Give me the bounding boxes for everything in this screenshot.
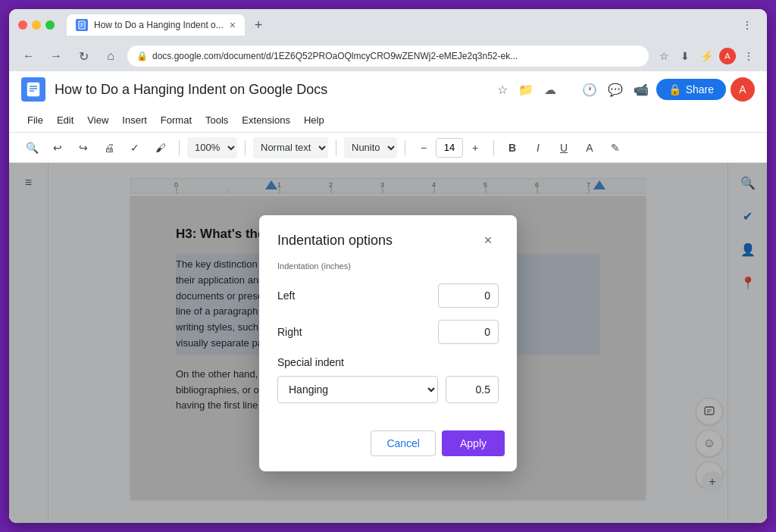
apply-button[interactable]: Apply [442,430,505,456]
lock-icon: 🔒 [136,51,148,61]
underline-icon[interactable]: U [553,137,574,158]
zoom-select[interactable]: 100% [187,137,237,158]
divider-4 [405,140,405,155]
video-icon[interactable]: 📹 [630,80,652,100]
tab-bar: How to Do a Hanging Indent o... × + [67,14,731,36]
active-tab[interactable]: How to Do a Hanging Indent o... × [67,14,245,36]
menu-extensions[interactable]: Extensions [236,111,296,129]
traffic-lights [18,20,55,30]
forward-button[interactable]: → [45,45,67,67]
font-select[interactable]: Nunito [344,137,397,158]
modal-footer: Cancel Apply [259,424,517,471]
url-text: docs.google.com/document/d/1EZ6Q52PROaOQ… [152,51,640,61]
share-label: Share [686,83,714,95]
search-icon[interactable]: 🔍 [21,137,42,158]
special-indent-select[interactable]: Hanging None First line [277,376,438,403]
doc-title[interactable]: How to Do a Hanging Indent on Google Doc… [55,82,485,98]
tab-close-icon[interactable]: × [230,19,236,31]
spellcheck-icon[interactable]: ✓ [124,137,146,158]
back-button[interactable]: ← [18,45,39,67]
browser-profile-icon[interactable]: A [718,47,737,65]
download-icon[interactable]: ⬇ [676,47,694,65]
italic-icon[interactable]: I [527,137,549,158]
doc-toolbar: How to Do a Hanging Indent on Google Doc… [9,71,767,163]
extensions-icon[interactable]: ⚡ [697,47,715,65]
cancel-button[interactable]: Cancel [371,430,436,456]
increase-font-icon[interactable]: + [465,137,486,158]
indentation-modal: Indentation options × Indentation (inche… [259,215,517,471]
lock-share-icon: 🔒 [668,83,681,95]
cloud-icon[interactable]: ☁ [541,80,559,100]
font-size-ctrl: − + [413,137,486,158]
modal-overlay: Indentation options × Indentation (inche… [9,163,767,523]
indent-unit-text: (inches) [321,261,351,271]
star-icon[interactable]: ☆ [655,47,673,65]
tab-title: How to Do a Hanging Indent o... [94,20,224,30]
new-tab-button[interactable]: + [248,14,269,36]
left-indent-input[interactable] [438,283,499,308]
browser-controls-right: ⋮ [737,14,758,36]
highlight-icon[interactable]: ✎ [605,137,626,158]
folder-icon[interactable]: 📁 [515,80,537,100]
menu-insert[interactable]: Insert [116,111,153,129]
doc-app-icon [21,77,45,102]
undo-icon[interactable]: ↩ [47,137,68,158]
tab-favicon [76,19,88,31]
divider-1 [179,140,180,155]
menu-help[interactable]: Help [298,111,330,129]
right-indent-input[interactable] [438,320,499,344]
left-label: Left [277,289,295,302]
history-icon[interactable]: 🕐 [579,80,600,100]
menu-tools[interactable]: Tools [199,111,234,129]
menu-file[interactable]: File [21,111,49,129]
divider-5 [493,140,494,155]
divider-3 [336,140,336,155]
special-value-input[interactable] [446,376,499,403]
right-indent-row: Right [277,320,499,344]
user-avatar[interactable]: A [731,77,755,102]
comments-icon[interactable]: 💬 [605,80,626,100]
font-size-input[interactable] [436,138,463,158]
bold-icon[interactable]: B [502,137,523,158]
svg-rect-4 [27,83,39,96]
bookmark-icon[interactable]: ☆ [494,80,511,100]
special-indent-section: Special indent Hanging None First line [277,356,499,403]
close-button[interactable] [18,20,27,30]
doc-content-area: ≡ 0 1 2 3 [9,163,767,523]
decrease-font-icon[interactable]: − [413,137,434,158]
maximize-button[interactable] [45,20,55,30]
print-icon[interactable]: 🖨 [99,137,120,158]
modal-body: Indentation (inches) Left Right Special … [259,261,517,424]
more-menu-icon[interactable]: ⋮ [740,47,758,65]
modal-header: Indentation options × [259,215,517,261]
doc-menu-bar: File Edit View Insert Format Tools Exten… [9,108,767,132]
menu-edit[interactable]: Edit [51,111,80,129]
share-button[interactable]: 🔒 Share [656,79,726,100]
menu-view[interactable]: View [81,111,114,129]
special-indent-row: Hanging None First line [277,376,499,403]
address-icons: ☆ ⬇ ⚡ A ⋮ [655,47,758,65]
special-indent-label: Special indent [277,356,499,368]
font-color-icon[interactable]: A [579,137,600,158]
url-bar[interactable]: 🔒 docs.google.com/document/d/1EZ6Q52PROa… [127,45,649,67]
modal-title: Indentation options [277,233,393,249]
modal-close-button[interactable]: × [477,230,499,252]
indent-label-text: Indentation [277,261,318,271]
redo-icon[interactable]: ↪ [73,137,94,158]
address-bar: ← → ↻ ⌂ 🔒 docs.google.com/document/d/1EZ… [9,41,767,71]
style-select[interactable]: Normal text [253,137,328,158]
home-button[interactable]: ⌂ [100,45,121,67]
browser-menu-icon[interactable]: ⋮ [737,14,758,36]
doc-title-icons: ☆ 📁 ☁ 🕐 💬 📹 🔒 Share A [494,77,755,102]
paint-format-icon[interactable]: 🖌 [150,137,171,158]
formatting-bar: 🔍 ↩ ↪ 🖨 ✓ 🖌 100% Normal text Nunito − + [9,132,767,162]
reload-button[interactable]: ↻ [73,45,94,67]
indentation-label: Indentation (inches) [277,261,499,271]
divider-2 [245,140,246,155]
minimize-button[interactable] [32,20,41,30]
right-label: Right [277,326,302,338]
title-bar: How to Do a Hanging Indent o... × + ⋮ [9,9,767,41]
menu-format[interactable]: Format [155,111,198,129]
left-indent-row: Left [277,283,499,308]
doc-title-bar: How to Do a Hanging Indent on Google Doc… [9,71,767,108]
